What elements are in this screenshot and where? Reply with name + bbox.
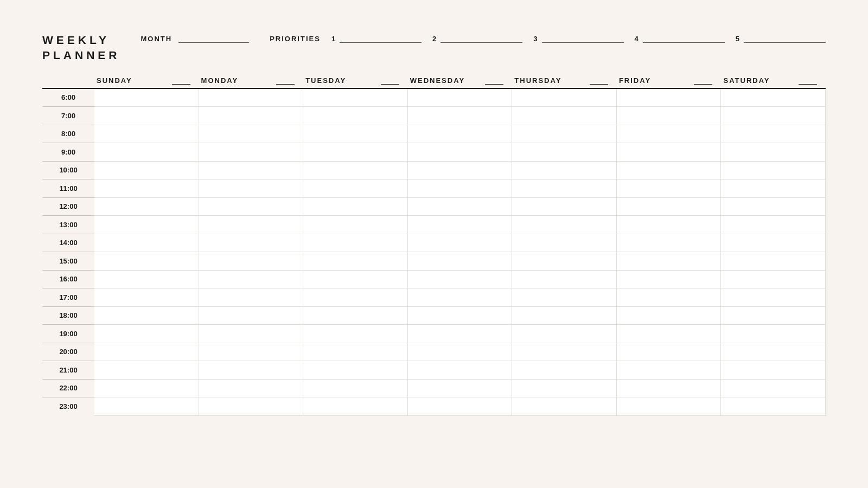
schedule-cell[interactable]	[199, 143, 304, 162]
schedule-cell[interactable]	[721, 234, 826, 253]
schedule-cell[interactable]	[94, 361, 199, 380]
schedule-cell[interactable]	[303, 234, 408, 253]
schedule-cell[interactable]	[303, 179, 408, 198]
schedule-cell[interactable]	[199, 307, 304, 325]
schedule-cell[interactable]	[617, 343, 722, 362]
schedule-cell[interactable]	[721, 361, 826, 380]
day-date-line[interactable]	[799, 77, 817, 85]
schedule-cell[interactable]	[199, 89, 304, 107]
schedule-cell[interactable]	[303, 307, 408, 325]
schedule-cell[interactable]	[512, 107, 617, 125]
schedule-cell[interactable]	[303, 288, 408, 307]
schedule-cell[interactable]	[408, 107, 513, 125]
schedule-cell[interactable]	[408, 179, 513, 198]
schedule-cell[interactable]	[721, 307, 826, 325]
schedule-cell[interactable]	[303, 198, 408, 216]
schedule-cell[interactable]	[617, 361, 722, 380]
schedule-cell[interactable]	[512, 179, 617, 198]
schedule-cell[interactable]	[512, 252, 617, 271]
schedule-cell[interactable]	[408, 234, 513, 253]
schedule-cell[interactable]	[721, 143, 826, 162]
schedule-cell[interactable]	[617, 162, 722, 180]
schedule-cell[interactable]	[512, 216, 617, 234]
schedule-cell[interactable]	[408, 162, 513, 180]
schedule-cell[interactable]	[408, 143, 513, 162]
schedule-cell[interactable]	[408, 343, 513, 362]
schedule-cell[interactable]	[94, 107, 199, 125]
day-date-line[interactable]	[590, 77, 608, 85]
schedule-cell[interactable]	[617, 380, 722, 398]
schedule-cell[interactable]	[199, 107, 304, 125]
schedule-cell[interactable]	[303, 325, 408, 343]
schedule-cell[interactable]	[94, 252, 199, 271]
schedule-cell[interactable]	[617, 216, 722, 234]
priority-input-line[interactable]	[542, 33, 624, 43]
schedule-cell[interactable]	[512, 361, 617, 380]
schedule-cell[interactable]	[721, 380, 826, 398]
month-input-line[interactable]	[178, 33, 249, 43]
schedule-cell[interactable]	[199, 380, 304, 398]
schedule-cell[interactable]	[408, 252, 513, 271]
schedule-cell[interactable]	[94, 198, 199, 216]
schedule-cell[interactable]	[721, 89, 826, 107]
schedule-cell[interactable]	[617, 397, 722, 416]
priority-input-line[interactable]	[441, 33, 522, 43]
schedule-cell[interactable]	[199, 271, 304, 289]
schedule-cell[interactable]	[721, 252, 826, 271]
schedule-cell[interactable]	[199, 125, 304, 144]
schedule-cell[interactable]	[94, 325, 199, 343]
schedule-cell[interactable]	[512, 271, 617, 289]
schedule-cell[interactable]	[303, 271, 408, 289]
schedule-cell[interactable]	[512, 325, 617, 343]
schedule-cell[interactable]	[617, 89, 722, 107]
schedule-cell[interactable]	[303, 252, 408, 271]
schedule-cell[interactable]	[721, 397, 826, 416]
schedule-cell[interactable]	[617, 234, 722, 253]
schedule-cell[interactable]	[199, 288, 304, 307]
schedule-cell[interactable]	[94, 234, 199, 253]
schedule-cell[interactable]	[94, 307, 199, 325]
schedule-cell[interactable]	[512, 143, 617, 162]
schedule-cell[interactable]	[512, 307, 617, 325]
schedule-cell[interactable]	[512, 343, 617, 362]
schedule-cell[interactable]	[94, 271, 199, 289]
schedule-cell[interactable]	[512, 397, 617, 416]
schedule-cell[interactable]	[199, 343, 304, 362]
schedule-cell[interactable]	[303, 397, 408, 416]
schedule-cell[interactable]	[199, 234, 304, 253]
schedule-cell[interactable]	[303, 107, 408, 125]
schedule-cell[interactable]	[617, 143, 722, 162]
schedule-cell[interactable]	[94, 397, 199, 416]
day-date-line[interactable]	[276, 77, 295, 85]
schedule-cell[interactable]	[303, 343, 408, 362]
day-date-line[interactable]	[172, 77, 190, 85]
schedule-cell[interactable]	[512, 162, 617, 180]
schedule-cell[interactable]	[617, 125, 722, 144]
schedule-cell[interactable]	[721, 162, 826, 180]
schedule-cell[interactable]	[512, 288, 617, 307]
priority-input-line[interactable]	[643, 33, 725, 43]
schedule-cell[interactable]	[408, 307, 513, 325]
schedule-cell[interactable]	[303, 162, 408, 180]
schedule-cell[interactable]	[617, 307, 722, 325]
schedule-cell[interactable]	[303, 380, 408, 398]
schedule-cell[interactable]	[408, 288, 513, 307]
day-date-line[interactable]	[381, 77, 399, 85]
schedule-cell[interactable]	[94, 216, 199, 234]
day-date-line[interactable]	[485, 77, 503, 85]
schedule-cell[interactable]	[512, 89, 617, 107]
priority-input-line[interactable]	[744, 33, 826, 43]
schedule-cell[interactable]	[199, 397, 304, 416]
schedule-cell[interactable]	[408, 216, 513, 234]
schedule-cell[interactable]	[617, 288, 722, 307]
schedule-cell[interactable]	[721, 125, 826, 144]
schedule-cell[interactable]	[94, 343, 199, 362]
schedule-cell[interactable]	[94, 288, 199, 307]
schedule-cell[interactable]	[199, 179, 304, 198]
schedule-cell[interactable]	[408, 361, 513, 380]
priority-input-line[interactable]	[340, 33, 422, 43]
schedule-cell[interactable]	[94, 179, 199, 198]
schedule-cell[interactable]	[408, 198, 513, 216]
schedule-cell[interactable]	[94, 380, 199, 398]
schedule-cell[interactable]	[199, 198, 304, 216]
